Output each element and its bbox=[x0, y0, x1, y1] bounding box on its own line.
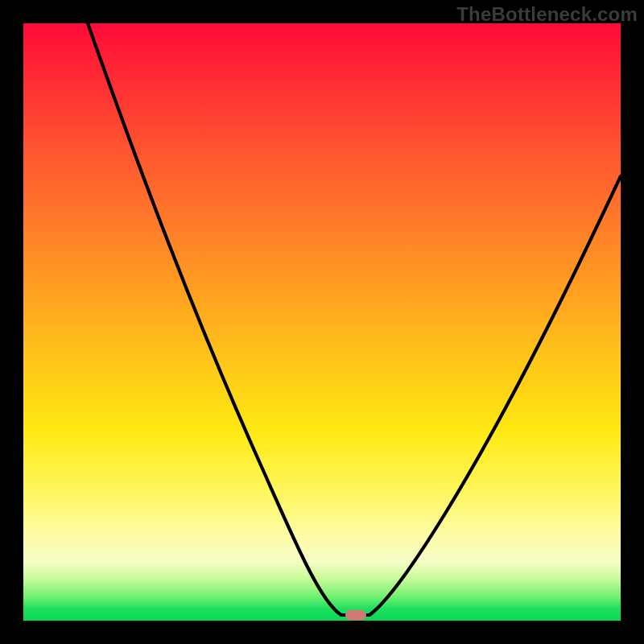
optimal-marker bbox=[345, 610, 366, 621]
curve-path bbox=[88, 23, 621, 615]
chart-frame: TheBottleneck.com bbox=[0, 0, 644, 644]
bottleneck-curve bbox=[23, 23, 621, 621]
watermark-text: TheBottleneck.com bbox=[456, 3, 638, 26]
plot-area bbox=[23, 23, 621, 621]
